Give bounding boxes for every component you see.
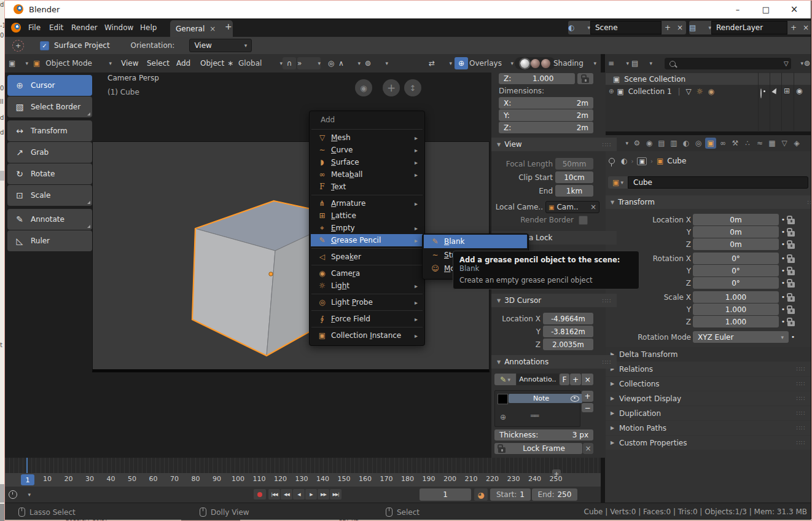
add-workspace-button[interactable]: + [225, 22, 232, 31]
playback-jump-to-start[interactable]: |◀◀ [268, 489, 280, 499]
panel-delta-transform[interactable]: ▶Delta Transform [605, 347, 811, 361]
workspace-tab-close-icon[interactable]: × [209, 25, 216, 33]
playback-prev-keyframe[interactable]: ◀◀ [281, 489, 292, 499]
properties-tab-view-layer[interactable]: ▥ [668, 138, 679, 149]
tool-ruler[interactable]: ◺Ruler [7, 230, 92, 251]
layer-add-button[interactable]: + [582, 391, 593, 402]
playback-play[interactable]: ▶ [305, 489, 317, 499]
menu-file[interactable]: File [26, 18, 43, 37]
add-menu-item-speaker[interactable]: ◁Speaker [311, 251, 423, 263]
lock-icon[interactable] [787, 270, 795, 275]
animate-dot-icon[interactable]: • [779, 216, 787, 224]
panel-custom-properties[interactable]: ▶Custom Properties∷∷ [605, 436, 811, 450]
pan-view-gizmo[interactable]: + [383, 79, 400, 96]
tool-annotate[interactable]: ✎Annotate [7, 209, 92, 230]
view-layer-add-button[interactable]: + [787, 21, 800, 34]
properties-tab-constraints[interactable]: ∞ [717, 138, 728, 149]
editor-type-button[interactable]: ▣▾ [9, 57, 28, 69]
animate-dot-icon[interactable]: • [789, 333, 797, 341]
scene-unlink-button[interactable]: × [674, 21, 686, 34]
panel-grip-icon[interactable]: ∷∷ [602, 359, 611, 366]
transform-value-field[interactable]: 1.000 [693, 291, 779, 303]
view-value-field[interactable]: 1km [555, 185, 593, 197]
dimension-field[interactable]: Z:2m [499, 122, 593, 133]
material-shading-button[interactable] [531, 59, 540, 68]
object-name-field[interactable]: Cube [628, 176, 808, 189]
properties-tab-texture[interactable]: ▦ [767, 138, 778, 149]
layer-remove-button[interactable]: − [582, 403, 593, 412]
transform-orientation-dropdown[interactable]: ∗Global▾ [227, 57, 283, 69]
annotations-panel-header[interactable]: ▼ Annotations ∷∷ [491, 355, 617, 369]
lock-frame-clear-button[interactable]: × [583, 443, 593, 454]
mode-dropdown[interactable]: ▣Object Mode▾ [29, 57, 115, 69]
overlays-toggle[interactable]: ⊕ [455, 57, 468, 69]
proportional-editing-toggle[interactable]: ◎ [324, 57, 338, 69]
properties-tab-particles[interactable]: ∴ [742, 138, 753, 149]
clear-icon[interactable]: × [590, 203, 596, 211]
transform-value-field[interactable]: 1.000 [693, 304, 779, 315]
animate-dot-icon[interactable]: • [779, 305, 787, 313]
outliner-search-input[interactable] [665, 58, 791, 69]
zoom-view-gizmo[interactable]: ↕ [404, 79, 421, 96]
outliner-filter-button[interactable]: ▽▾ [784, 57, 803, 69]
minimize-button[interactable]: – [724, 0, 752, 18]
tool-grab[interactable]: ↗Grab [7, 142, 92, 163]
properties-tab-tool[interactable]: ⚙ [631, 138, 642, 149]
cursor-value-field[interactable]: 2.0035m [543, 339, 593, 350]
add-menu-item-light[interactable]: ☼Light▸ [311, 280, 423, 292]
frame-end-field[interactable]: End:250 [532, 488, 577, 501]
breadcrumb-cube-icon[interactable]: ▣ [657, 157, 663, 165]
add-menu-item-curve[interactable]: ∼Curve▸ [311, 144, 423, 156]
panel-grip-icon[interactable]: ∷∷ [796, 395, 805, 402]
panel-grip-icon[interactable]: ∷∷ [796, 366, 805, 372]
panel-grip-icon[interactable]: ∷∷ [602, 297, 611, 304]
properties-tab-object-data[interactable]: ▽ [779, 138, 790, 149]
animate-dot-icon[interactable]: • [779, 254, 787, 262]
hide-viewport-toggle[interactable] [760, 88, 762, 98]
view-layer-name-field[interactable]: RenderLayer [711, 21, 787, 34]
transform-value-field[interactable]: 0m [693, 214, 779, 225]
scene-add-button[interactable]: + [662, 21, 674, 34]
panel-duplication[interactable]: ▶Duplication∷∷ [605, 406, 811, 420]
frame-start-field[interactable]: Start:1 [490, 488, 531, 501]
lock-icon[interactable] [787, 321, 795, 326]
menu-window[interactable]: Window [102, 18, 136, 37]
panel-grip-icon[interactable]: ∷∷ [602, 141, 611, 148]
viewport-menu-view[interactable]: View [119, 54, 141, 72]
add-menu-item-light-probe[interactable]: ◎Light Probe▸ [311, 296, 423, 308]
annotation-unlink-button[interactable]: × [582, 374, 593, 385]
panel-motion-paths[interactable]: ▶Motion Paths∷∷ [605, 421, 811, 435]
dimension-field[interactable]: X:2m [499, 97, 593, 109]
playback-next-keyframe[interactable]: ▶▶ [318, 489, 329, 499]
scene-browse-button[interactable]: ◐▾ [568, 21, 590, 34]
properties-tab-scene[interactable]: ◐ [681, 138, 692, 149]
mesh-data-icon[interactable]: ▽ [686, 87, 692, 96]
eye-icon[interactable] [571, 396, 579, 402]
current-frame-field[interactable]: 1 [420, 488, 471, 501]
add-menu-item-empty[interactable]: ⌖Empty▸ [311, 222, 423, 234]
menu-help[interactable]: Help [138, 18, 159, 37]
transform-value-field[interactable]: 1.000 [693, 316, 779, 327]
panel-relations[interactable]: ▶Relations∷∷ [605, 362, 811, 376]
menu-render[interactable]: Render [69, 18, 100, 37]
animate-dot-icon[interactable]: • [779, 279, 787, 287]
view-panel-header[interactable]: ▼ View ∷∷ [491, 138, 617, 151]
transform-panel-header[interactable]: ▼ Transform ∷∷ [605, 195, 811, 209]
outliner-editor-type-button[interactable]: ≡▾ [608, 57, 629, 69]
properties-tab-object[interactable]: ▣ [705, 138, 716, 149]
lock-icon[interactable] [787, 296, 795, 302]
pivot-point-dropdown[interactable]: ⊚▾ [365, 57, 388, 69]
properties-tab-material[interactable]: ◈ [791, 138, 802, 149]
lock-icon[interactable] [787, 282, 795, 288]
camera-view-gizmo[interactable]: ◉ [355, 79, 372, 96]
viewport-menu-add[interactable]: Add [174, 54, 193, 72]
tool-cursor[interactable]: ⊕Cursor [7, 75, 92, 96]
breadcrumb-object-icon[interactable]: ▣ [637, 157, 646, 165]
add-menu-item-lattice[interactable]: ⊞Lattice [311, 210, 423, 222]
playhead[interactable] [26, 458, 28, 473]
view-value-field[interactable]: 10cm [555, 171, 593, 183]
properties-tab-physics[interactable]: ≈ [754, 138, 765, 149]
view-layer-browse-button[interactable]: ▤▾ [689, 21, 711, 34]
outliner-display-mode-button[interactable]: ▤▾ [631, 57, 652, 69]
dimension-field[interactable]: Y:2m [499, 109, 593, 121]
